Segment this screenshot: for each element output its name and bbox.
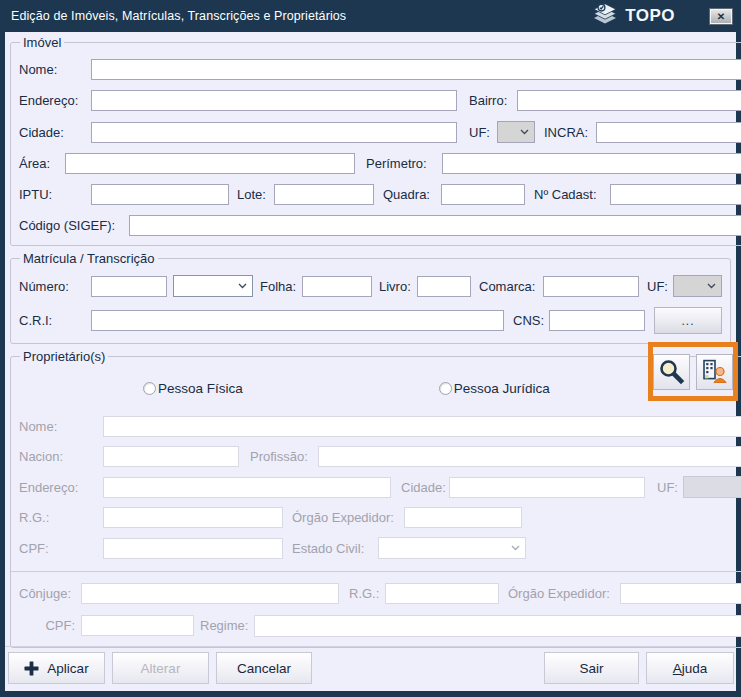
add-company-person-button[interactable] bbox=[696, 354, 733, 390]
aplicar-button[interactable]: Aplicar bbox=[8, 652, 105, 684]
group-proprietarios-legend: Proprietário(s) bbox=[20, 349, 108, 364]
label-bairro: Bairro: bbox=[469, 93, 517, 108]
matricula-uf-select[interactable] bbox=[673, 275, 722, 297]
close-button[interactable]: ✕ bbox=[709, 8, 733, 25]
imovel-endereco-input[interactable] bbox=[91, 90, 457, 111]
label-cidade: Cidade: bbox=[19, 125, 91, 140]
label-cns: CNS: bbox=[513, 313, 549, 328]
group-imovel-legend: Imóvel bbox=[20, 35, 64, 50]
label-prop-uf: UF: bbox=[657, 480, 683, 495]
imovel-cidade-input[interactable] bbox=[91, 122, 457, 143]
conjuge-rg-input bbox=[385, 583, 499, 604]
label-livro: Livro: bbox=[379, 279, 417, 294]
company-person-icon bbox=[701, 358, 728, 385]
window-title: Edição de Imóveis, Matrículas, Transcriç… bbox=[11, 9, 590, 23]
label-conjuge: Cônjuge: bbox=[19, 586, 81, 601]
imovel-nome-input[interactable] bbox=[91, 59, 741, 80]
dialog-body: Imóvel Nome: Endereço: Bairro: Cidade: U… bbox=[5, 32, 736, 691]
chevron-down-icon bbox=[520, 129, 529, 135]
label-area: Área: bbox=[19, 156, 65, 171]
aplicar-label: Aplicar bbox=[47, 661, 88, 676]
title-bar: Edição de Imóveis, Matrículas, Transcriç… bbox=[0, 0, 741, 32]
prop-endereco-input bbox=[103, 477, 391, 498]
label-conjuge-rg: R.G.: bbox=[349, 586, 385, 601]
label-conjuge-orgao-expedidor: Órgão Expedidor: bbox=[508, 586, 620, 601]
imovel-incra-input[interactable] bbox=[596, 122, 741, 143]
matricula-livro-input[interactable] bbox=[417, 276, 471, 297]
conjuge-orgao-expedidor-input bbox=[620, 583, 741, 604]
radio-pessoa-juridica-label: Pessoa Jurídica bbox=[454, 381, 550, 396]
label-uf: UF: bbox=[469, 125, 497, 140]
label-prop-cidade: Cidade: bbox=[401, 480, 449, 495]
sair-button[interactable]: Sair bbox=[544, 652, 639, 684]
label-codigo-sigef: Código (SIGEF): bbox=[19, 218, 129, 233]
close-icon: ✕ bbox=[717, 11, 725, 22]
sair-label: Sair bbox=[579, 661, 603, 676]
topo-logo-icon bbox=[590, 0, 620, 33]
label-iptu: IPTU: bbox=[19, 187, 91, 202]
imovel-iptu-input[interactable] bbox=[91, 184, 229, 205]
radio-pessoa-fisica[interactable]: Pessoa Física bbox=[143, 381, 243, 396]
prop-cpf-input bbox=[103, 538, 283, 559]
prop-nacion-input bbox=[103, 446, 239, 467]
chevron-down-icon bbox=[707, 283, 716, 289]
imovel-perimetro-input[interactable] bbox=[442, 153, 741, 174]
radio-circle-icon bbox=[439, 382, 452, 395]
cri-browse-button[interactable]: ... bbox=[654, 307, 722, 334]
ajuda-button[interactable]: Ajuda bbox=[646, 652, 734, 684]
label-cpf: CPF: bbox=[19, 541, 103, 556]
matricula-tipo-select[interactable] bbox=[173, 275, 253, 297]
label-nome: Nome: bbox=[19, 62, 91, 77]
matricula-cri-input[interactable] bbox=[91, 310, 504, 331]
prop-profissao-input bbox=[318, 446, 741, 467]
label-endereco: Endereço: bbox=[19, 93, 91, 108]
prop-uf-select bbox=[683, 476, 741, 498]
search-icon bbox=[658, 358, 685, 385]
label-quadra: Quadra: bbox=[383, 187, 441, 202]
label-profissao: Profissão: bbox=[250, 449, 318, 464]
imovel-bairro-input[interactable] bbox=[517, 90, 741, 111]
chevron-down-icon bbox=[238, 283, 247, 289]
radio-pessoa-juridica[interactable]: Pessoa Jurídica bbox=[439, 381, 550, 396]
brand-name: TOPO bbox=[625, 6, 675, 26]
conjuge-regime-select bbox=[254, 615, 741, 637]
alterar-label: Alterar bbox=[141, 661, 181, 676]
radio-circle-icon bbox=[143, 382, 156, 395]
group-matricula: Matrícula / Transcrição Número: Folha: L… bbox=[10, 251, 731, 344]
search-proprietario-button[interactable] bbox=[653, 354, 690, 390]
imovel-uf-select[interactable] bbox=[497, 121, 535, 143]
ajuda-label: Ajuda bbox=[673, 661, 708, 676]
imovel-codigo-sigef-input[interactable] bbox=[129, 215, 741, 236]
label-cri: C.R.I: bbox=[19, 313, 91, 328]
cancelar-label: Cancelar bbox=[237, 661, 291, 676]
label-nacion: Nacion: bbox=[19, 449, 103, 464]
footer-bar: Aplicar Alterar Cancelar Sair Ajuda bbox=[5, 646, 736, 691]
label-numero: Número: bbox=[19, 279, 91, 294]
group-proprietarios: Proprietário(s) Pessoa Física Pessoa Jur… bbox=[10, 349, 741, 648]
label-lote: Lote: bbox=[237, 187, 274, 202]
imovel-ncadast-input[interactable] bbox=[610, 184, 741, 205]
prop-rg-input bbox=[103, 507, 283, 528]
matricula-comarca-input[interactable] bbox=[543, 276, 639, 297]
prop-orgao-expedidor-input bbox=[404, 507, 522, 528]
label-ncadast: Nº Cadast: bbox=[534, 187, 610, 202]
matricula-cns-input[interactable] bbox=[549, 310, 645, 331]
group-imovel: Imóvel Nome: Endereço: Bairro: Cidade: U… bbox=[10, 35, 741, 246]
highlight-annotation bbox=[648, 342, 738, 401]
cancelar-button[interactable]: Cancelar bbox=[216, 652, 312, 684]
label-conjuge-cpf: CPF: bbox=[19, 618, 81, 633]
imovel-lote-input[interactable] bbox=[274, 184, 374, 205]
label-incra: INCRA: bbox=[544, 125, 596, 140]
matricula-folha-input[interactable] bbox=[302, 276, 372, 297]
label-prop-nome: Nome: bbox=[19, 419, 103, 434]
radio-pessoa-fisica-label: Pessoa Física bbox=[158, 381, 243, 396]
label-comarca: Comarca: bbox=[479, 279, 543, 294]
prop-estado-civil-select bbox=[378, 537, 526, 559]
imovel-quadra-input[interactable] bbox=[441, 184, 525, 205]
label-estado-civil: Estado Civil: bbox=[292, 541, 378, 556]
alterar-button: Alterar bbox=[112, 652, 209, 684]
matricula-numero-input[interactable] bbox=[91, 276, 167, 297]
prop-nome-input bbox=[103, 416, 741, 437]
prop-cidade-input bbox=[449, 477, 645, 498]
imovel-area-input[interactable] bbox=[65, 153, 355, 174]
